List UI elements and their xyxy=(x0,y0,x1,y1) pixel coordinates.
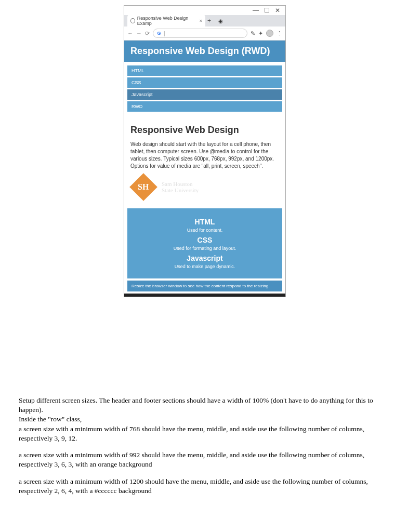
tab-strip: Responsive Web Design Examp × + ◉ xyxy=(124,15,285,26)
aside-text-css: Used for formating and layout. xyxy=(131,246,278,251)
instruction-line-3: a screen size with a minimum width of 76… xyxy=(19,424,391,443)
menu-item-rwd[interactable]: RWD xyxy=(127,101,282,112)
aside-heading-css: CSS xyxy=(131,236,278,244)
avatar[interactable] xyxy=(266,30,273,37)
aside-heading-html: HTML xyxy=(131,218,278,226)
instruction-line-1: Setup different screen sizes. The header… xyxy=(19,396,391,415)
instruction-line-2: Inside the "row" class, xyxy=(19,415,391,424)
browser-window: — ☐ ✕ Responsive Web Design Examp × + ◉ … xyxy=(124,5,286,297)
extensions-icon[interactable]: ✦ xyxy=(258,30,263,37)
window-maximize-icon[interactable]: ☐ xyxy=(264,7,270,14)
window-close-icon[interactable]: ✕ xyxy=(275,7,280,14)
new-tab-button[interactable]: + xyxy=(205,17,213,24)
google-icon: G xyxy=(156,31,162,36)
article: Responsive Web Design Web design should … xyxy=(124,115,285,201)
page-footer: Resize the browser window to see how the… xyxy=(127,281,282,291)
instruction-line-5: a screen size with a minimum width of 12… xyxy=(19,477,391,496)
article-body: Web design should start with the layout … xyxy=(130,141,279,170)
reload-button[interactable]: ⟳ xyxy=(145,30,150,37)
nav-menu: HTML CSS Javascript RWD xyxy=(124,62,285,115)
back-button[interactable]: ← xyxy=(127,30,133,36)
instruction-line-4: a screen size with a minimum width of 99… xyxy=(19,450,391,469)
kebab-menu-icon[interactable]: ⋮ xyxy=(277,30,282,37)
forward-button[interactable]: → xyxy=(136,30,142,36)
aside-text-js: Used to make page dynamic. xyxy=(131,264,278,269)
browser-toolbar: ← → ⟳ G | ✎ ✦ ⋮ xyxy=(124,26,285,41)
edit-icon[interactable]: ✎ xyxy=(251,30,255,37)
tab-close-icon[interactable]: × xyxy=(200,18,202,23)
browser-tab[interactable]: Responsive Web Design Examp × xyxy=(127,14,205,28)
bottom-bar xyxy=(124,294,285,297)
page-content: Responsive Web Design (RWD) HTML CSS Jav… xyxy=(124,41,285,297)
aside-text-html: Used for content. xyxy=(131,228,278,233)
page-header: Responsive Web Design (RWD) xyxy=(124,41,285,62)
instructions-block: Setup different screen sizes. The header… xyxy=(19,396,391,503)
logo-row: SH Sam Houston State University xyxy=(130,177,279,197)
menu-item-css[interactable]: CSS xyxy=(127,77,282,88)
aside-heading-js: Javascript xyxy=(131,254,278,262)
tab-title: Responsive Web Design Examp xyxy=(137,16,194,26)
window-minimize-icon[interactable]: — xyxy=(253,7,259,14)
aside-panel: HTML Used for content. CSS Used for form… xyxy=(127,208,282,278)
logo-text: Sam Houston State University xyxy=(162,181,199,193)
menu-item-html[interactable]: HTML xyxy=(127,65,282,76)
record-icon: ◉ xyxy=(218,18,223,24)
sh-logo-icon: SH xyxy=(129,173,157,201)
article-title: Responsive Web Design xyxy=(130,125,279,136)
page-title: Responsive Web Design (RWD) xyxy=(130,46,270,56)
menu-item-javascript[interactable]: Javascript xyxy=(127,89,282,100)
globe-icon xyxy=(130,18,135,23)
address-bar[interactable]: G | xyxy=(153,29,247,38)
text-cursor: | xyxy=(164,31,165,36)
